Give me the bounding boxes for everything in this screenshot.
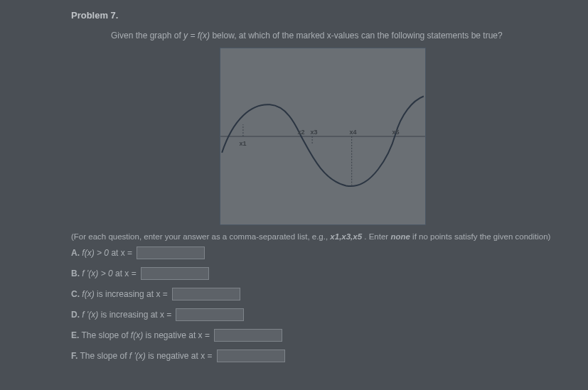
part-B-letter: B. <box>71 269 80 278</box>
instruction-text: (For each question, enter your answer as… <box>71 232 574 241</box>
part-B-input[interactable] <box>141 267 209 280</box>
part-D: D. f '(x) is increasing at x = <box>71 308 574 321</box>
part-C-input[interactable] <box>172 288 240 300</box>
part-E: E. The slope of f(x) is negative at x = <box>71 329 574 342</box>
part-E-mid: is negative at x = <box>146 330 210 340</box>
part-C-mid: is increasing at x = <box>97 289 168 299</box>
part-F-mid: is negative at x = <box>148 351 212 361</box>
part-C: C. f(x) is increasing at x = <box>71 288 574 300</box>
part-E-pre: The slope of <box>81 330 130 340</box>
part-F-letter: F. <box>71 351 77 361</box>
instruction-pre: (For each question, enter your answer as… <box>71 232 330 241</box>
instruction-example: x1,x3,x5 <box>330 232 362 241</box>
question-text: Given the graph of y = f(x) below, at wh… <box>111 31 574 40</box>
part-F-pre: The slope of <box>80 351 129 361</box>
part-D-input[interactable] <box>176 308 244 321</box>
part-B: B. f '(x) > 0 at x = <box>71 267 574 280</box>
part-C-expr: f(x) <box>82 289 94 299</box>
question-equation: y = f(x) <box>183 31 210 40</box>
part-B-suffix: at x = <box>115 269 137 278</box>
part-F: F. The slope of f '(x) is negative at x … <box>71 350 574 362</box>
part-E-input[interactable] <box>214 329 282 342</box>
problem-number: Problem 7. <box>71 10 574 21</box>
part-A: A. f(x) > 0 at x = <box>71 247 574 259</box>
part-C-letter: C. <box>71 289 80 299</box>
instruction-post: if no points satisfy the given condition… <box>412 232 550 241</box>
part-D-expr: f '(x) <box>82 310 98 320</box>
part-D-letter: D. <box>71 310 80 320</box>
part-B-expr: f '(x) > 0 <box>82 269 112 278</box>
graph-container: x1 x2 x3 x4 x5 <box>71 48 574 225</box>
question-post: below, at which of the marked x-values c… <box>212 31 502 40</box>
part-E-expr: f(x) <box>131 330 143 340</box>
part-A-suffix: at x = <box>111 248 132 258</box>
part-A-input[interactable] <box>137 247 205 259</box>
question-pre: Given the graph of <box>111 31 183 40</box>
graph-plot: x1 x2 x3 x4 x5 <box>220 48 426 225</box>
instruction-none: none <box>390 232 410 241</box>
instruction-mid: . Enter <box>364 232 390 241</box>
graph-svg <box>220 48 425 224</box>
part-A-letter: A. <box>71 248 80 258</box>
part-F-input[interactable] <box>217 350 285 362</box>
part-D-mid: is increasing at x = <box>101 310 172 320</box>
part-A-expr: f(x) > 0 <box>82 248 109 258</box>
part-F-expr: f '(x) <box>129 351 146 361</box>
part-E-letter: E. <box>71 330 79 340</box>
